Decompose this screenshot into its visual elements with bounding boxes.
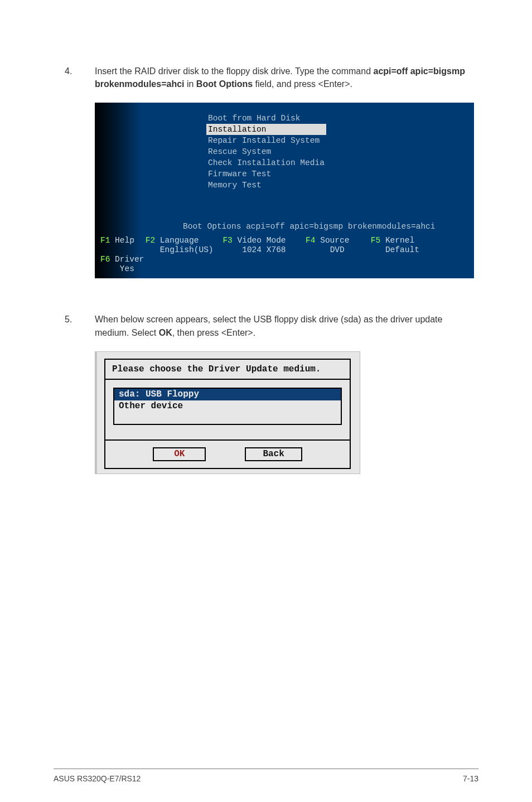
dialog-buttons: OK Back: [105, 439, 350, 468]
step5-number: 5.: [65, 313, 95, 339]
back-button[interactable]: Back: [245, 447, 302, 461]
dialog-list: sda: USB Floppy Other device: [113, 388, 342, 425]
step5-after: , then press <Enter>.: [172, 328, 255, 337]
dialog-list-area: sda: USB Floppy Other device: [105, 380, 350, 439]
step4-mid: in: [185, 79, 196, 89]
f1-key: F1: [100, 236, 110, 245]
dialog-title: Please choose the Driver Update medium.: [105, 360, 350, 380]
step4-after: field, and press <Enter>.: [253, 79, 352, 89]
step4-number: 4.: [65, 65, 95, 90]
f5-label: Kernel: [385, 236, 414, 245]
step5-bold1: OK: [159, 328, 172, 337]
f2-col[interactable]: F2 Language English(US): [146, 236, 218, 255]
driver-update-dialog: Please choose the Driver Update medium. …: [95, 351, 360, 474]
f2-label: Language: [160, 236, 199, 245]
boot-options-input[interactable]: acpi=off apic=bigsmp brokenmodules=ahci: [246, 222, 435, 231]
f2-sub: English(US): [160, 245, 214, 254]
f3-label: Video Mode: [238, 236, 286, 245]
boot-menu-item[interactable]: Memory Test: [206, 180, 326, 191]
f6-label: Driver: [115, 255, 144, 264]
boot-menu-item[interactable]: Rescue System: [206, 146, 326, 157]
dialog-inner: Please choose the Driver Update medium. …: [104, 359, 351, 469]
f4-label: Source: [320, 236, 349, 245]
f1-col[interactable]: F1 Help: [100, 236, 141, 245]
boot-menu-item[interactable]: Check Installation Media: [206, 157, 326, 168]
step4-text: Insert the RAID driver disk to the flopp…: [95, 65, 478, 90]
boot-menu-item[interactable]: Repair Installed System: [206, 135, 326, 146]
boot-options-line[interactable]: Boot Options acpi=off apic=bigsmp broken…: [183, 222, 435, 231]
ok-button[interactable]: OK: [153, 447, 206, 461]
footer-left: ASUS RS320Q-E7/RS12: [54, 774, 141, 783]
f4-col[interactable]: F4 Source DVD: [306, 236, 366, 255]
f5-key: F5: [371, 236, 380, 245]
f4-key: F4: [306, 236, 315, 245]
f1-label: Help: [115, 236, 134, 245]
boot-menu: Boot from Hard Disk Installation Repair …: [206, 113, 326, 191]
dialog-list-item-selected[interactable]: sda: USB Floppy: [114, 389, 341, 400]
footer-right: 7-13: [463, 774, 478, 783]
f6-sub: Yes: [120, 264, 134, 273]
fkeys-row: F1 Help F2 Language English(US) F3 Video…: [100, 236, 468, 274]
f6-col[interactable]: F6 Driver Yes: [100, 255, 148, 274]
f5-sub: Default: [385, 245, 419, 254]
f4-sub: DVD: [330, 245, 345, 254]
boot-menu-item-selected[interactable]: Installation: [206, 124, 326, 135]
f3-col[interactable]: F3 Video Mode 1024 X768: [223, 236, 301, 255]
dialog-list-item-blank: [114, 412, 341, 424]
f3-key: F3: [223, 236, 232, 245]
step5-pre: When below screen appears, select the US…: [95, 315, 442, 337]
boot-menu-item[interactable]: Boot from Hard Disk: [206, 113, 326, 124]
page-footer: ASUS RS320Q-E7/RS12 7-13: [54, 769, 478, 783]
step5-text: When below screen appears, select the US…: [95, 313, 478, 339]
step4-bold2: Boot Options: [196, 79, 253, 89]
f5-col[interactable]: F5 Kernel Default: [371, 236, 431, 255]
boot-options-label: Boot Options: [183, 222, 241, 231]
f3-sub: 1024 X768: [242, 245, 286, 254]
step4-pre: Insert the RAID driver disk to the flopp…: [95, 66, 373, 76]
boot-screen: Boot from Hard Disk Installation Repair …: [95, 103, 474, 278]
boot-menu-item[interactable]: Firmware Test: [206, 168, 326, 180]
f2-key: F2: [146, 236, 155, 245]
f6-key: F6: [100, 255, 110, 264]
dialog-list-item[interactable]: Other device: [114, 400, 341, 412]
